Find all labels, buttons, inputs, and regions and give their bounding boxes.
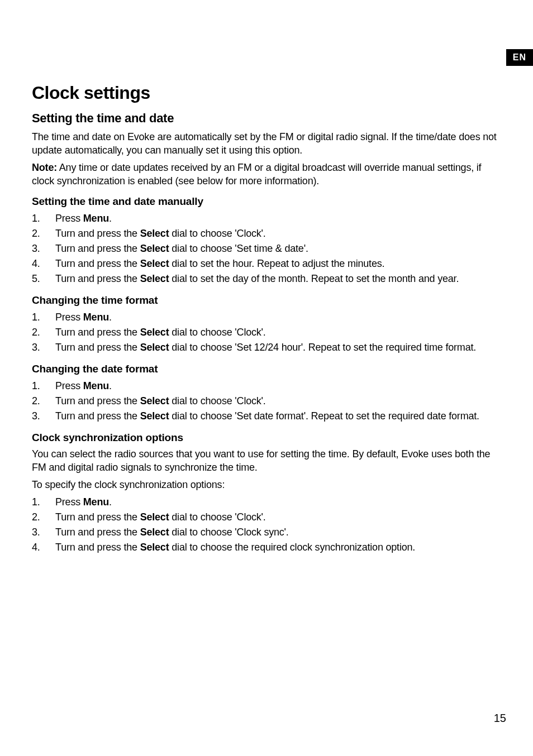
list-item: Press Menu.: [32, 379, 506, 394]
intro-paragraph: The time and date on Evoke are automatic…: [32, 130, 506, 157]
list-item: Press Menu.: [32, 495, 506, 510]
page-content: Clock settings Setting the time and date…: [32, 83, 506, 559]
page-number: 15: [494, 712, 506, 725]
list-item: Turn and press the Select dial to set th…: [32, 271, 506, 286]
sync-paragraph-1: You can select the radio sources that yo…: [32, 447, 506, 475]
steps-list-clock-sync: Press Menu. Turn and press the Select di…: [32, 495, 506, 555]
language-tab: EN: [506, 49, 533, 66]
note-label: Note:: [32, 162, 57, 173]
list-item: Turn and press the Select dial to choose…: [32, 409, 506, 424]
note-text: Any time or date updates received by an …: [32, 162, 481, 186]
list-item: Turn and press the Select dial to choose…: [32, 540, 506, 555]
list-item: Turn and press the Select dial to choose…: [32, 325, 506, 340]
subsection-heading-clock-sync: Clock synchronization options: [32, 432, 506, 444]
subsection-heading-manual: Setting the time and date manually: [32, 195, 506, 208]
page-title: Clock settings: [32, 83, 506, 103]
steps-list-manual: Press Menu. Turn and press the Select di…: [32, 211, 506, 286]
list-item: Turn and press the Select dial to choose…: [32, 525, 506, 540]
steps-list-date-format: Press Menu. Turn and press the Select di…: [32, 379, 506, 424]
list-item: Turn and press the Select dial to set th…: [32, 256, 506, 271]
list-item: Turn and press the Select dial to choose…: [32, 340, 506, 355]
subsection-heading-date-format: Changing the date format: [32, 363, 506, 375]
section-heading-setting-time-date: Setting the time and date: [32, 111, 506, 126]
list-item: Press Menu.: [32, 310, 506, 325]
note-paragraph: Note: Any time or date updates received …: [32, 161, 506, 188]
subsection-heading-time-format: Changing the time format: [32, 294, 506, 307]
steps-list-time-format: Press Menu. Turn and press the Select di…: [32, 310, 506, 355]
list-item: Turn and press the Select dial to choose…: [32, 241, 506, 256]
sync-paragraph-2: To specify the clock synchronization opt…: [32, 478, 506, 491]
list-item: Turn and press the Select dial to choose…: [32, 510, 506, 525]
list-item: Turn and press the Select dial to choose…: [32, 394, 506, 409]
list-item: Turn and press the Select dial to choose…: [32, 226, 506, 241]
list-item: Press Menu.: [32, 211, 506, 226]
